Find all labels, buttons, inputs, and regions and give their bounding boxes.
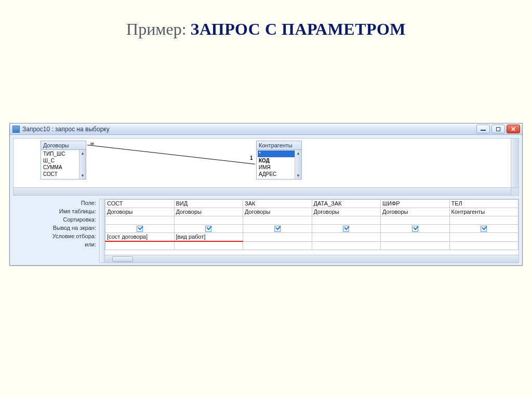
titlebar[interactable]: Запрос10 : запрос на выборку ✕ — [10, 123, 522, 135]
cell-criteria[interactable] — [449, 233, 518, 242]
table-field[interactable]: СОСТ — [42, 171, 85, 177]
maximize-icon — [496, 127, 500, 131]
row-label-or: или: — [13, 240, 99, 249]
row-label-sort: Сортировка: — [13, 215, 99, 224]
cell-or[interactable] — [381, 241, 450, 250]
cell-show[interactable] — [105, 225, 175, 233]
table-field-list[interactable]: * КОД ИМЯ АДРЕС ▲ ▼ — [257, 150, 301, 179]
row-or — [105, 241, 518, 250]
table-box-kontragenty[interactable]: Контрагенты * КОД ИМЯ АДРЕС ▲ ▼ — [256, 141, 302, 180]
cell-or[interactable] — [312, 241, 381, 250]
cell-or[interactable] — [449, 241, 518, 250]
cell-table[interactable]: Договоры — [312, 208, 381, 216]
close-button[interactable]: ✕ — [507, 125, 520, 133]
slide-title: Пример: ЗАПРОС С ПАРАМЕТРОМ — [0, 20, 532, 39]
cell-field[interactable]: ВИД — [174, 200, 243, 208]
checkbox-checked-icon[interactable] — [412, 226, 418, 232]
cell-field[interactable]: ШИФР — [381, 200, 450, 208]
row-sort — [105, 216, 518, 225]
scroll-up-icon[interactable]: ▲ — [295, 150, 301, 157]
checkbox-checked-icon[interactable] — [137, 226, 143, 232]
table-field[interactable]: АДРЕС — [258, 171, 300, 177]
window-title: Запрос10 : запрос на выборку — [22, 126, 110, 133]
cell-show[interactable] — [312, 225, 381, 233]
row-field: СОСТ ВИД ЗАК ДАТА_ЗАК ШИФР ТЕЛ — [105, 200, 518, 208]
cell-show[interactable] — [449, 225, 518, 233]
cell-sort[interactable] — [174, 216, 243, 225]
table-header[interactable]: Договоры — [41, 141, 86, 150]
grid-table-area: СОСТ ВИД ЗАК ДАТА_ЗАК ШИФР ТЕЛ Договоры … — [99, 199, 519, 263]
row-label-criteria: Условие отбора: — [13, 232, 99, 240]
cell-show[interactable] — [243, 225, 312, 233]
scrollbar-vertical[interactable]: ▲ ▼ — [295, 150, 301, 179]
table-field[interactable]: * — [258, 150, 300, 157]
row-label-field: Поле: — [13, 199, 99, 207]
row-label-table: Имя таблицы: — [13, 207, 99, 215]
maximize-button[interactable] — [491, 125, 505, 133]
cell-criteria[interactable]: [сост договора] — [105, 233, 175, 242]
cardinality-one: 1 — [250, 155, 253, 161]
table-field[interactable]: СУММА — [42, 164, 85, 171]
cell-criteria[interactable]: [вид работ] — [174, 233, 243, 242]
row-table: Договоры Договоры Договоры Договоры Дого… — [105, 208, 518, 216]
scroll-down-icon[interactable]: ▼ — [79, 172, 86, 179]
cell-sort[interactable] — [312, 216, 381, 225]
scroll-up-icon[interactable]: ▲ — [79, 150, 86, 157]
cell-criteria[interactable] — [312, 233, 381, 242]
cell-or[interactable] — [174, 241, 243, 250]
column-selector-strip[interactable] — [100, 199, 105, 263]
cell-field[interactable]: СОСТ — [105, 200, 175, 208]
row-show — [105, 225, 518, 233]
cell-field[interactable]: ЗАК — [243, 200, 312, 208]
title-prefix: Пример: — [126, 20, 191, 38]
checkbox-checked-icon[interactable] — [481, 226, 487, 232]
title-main: ЗАПРОС С ПАРАМЕТРОМ — [191, 20, 406, 38]
relationship-line[interactable] — [87, 145, 255, 164]
checkbox-checked-icon[interactable] — [205, 226, 211, 232]
cell-table[interactable]: Контрагенты — [449, 208, 518, 216]
cell-criteria[interactable] — [243, 233, 312, 242]
cell-sort[interactable] — [381, 216, 450, 225]
table-header[interactable]: Контрагенты — [257, 141, 301, 150]
minimize-icon — [481, 130, 486, 131]
minimize-button[interactable] — [476, 125, 490, 133]
table-field[interactable]: КОД — [258, 157, 300, 164]
checkbox-checked-icon[interactable] — [274, 226, 281, 232]
cell-field[interactable]: ДАТА_ЗАК — [312, 200, 381, 208]
design-grid: Поле: Имя таблицы: Сортировка: Вывод на … — [13, 199, 519, 263]
cell-sort[interactable] — [449, 216, 518, 225]
cell-sort[interactable] — [243, 216, 312, 225]
row-label-show: Вывод на экран: — [13, 224, 99, 232]
cell-sort[interactable] — [105, 216, 175, 225]
app-icon — [12, 126, 20, 133]
scroll-down-icon[interactable]: ▼ — [295, 172, 301, 179]
relationships-pane[interactable]: Договоры ТИП_ШС Ш_С СУММА СОСТ ▲ ▼ Контр… — [13, 138, 519, 196]
checkbox-checked-icon[interactable] — [343, 226, 349, 232]
cell-field[interactable]: ТЕЛ — [449, 200, 518, 208]
grid-row-labels: Поле: Имя таблицы: Сортировка: Вывод на … — [13, 199, 99, 249]
table-box-dogovory[interactable]: Договоры ТИП_ШС Ш_С СУММА СОСТ ▲ ▼ — [41, 141, 86, 180]
cell-table[interactable]: Договоры — [174, 208, 243, 216]
scrollbar-horizontal[interactable] — [14, 187, 511, 195]
cell-criteria[interactable] — [381, 233, 450, 242]
cell-table[interactable]: Договоры — [105, 208, 175, 216]
table-field[interactable]: Ш_С — [42, 157, 85, 164]
cell-or[interactable] — [243, 241, 312, 250]
scrollbar-vertical[interactable] — [511, 139, 518, 195]
table-field[interactable]: ИМЯ — [258, 164, 300, 171]
cell-or[interactable] — [105, 241, 175, 250]
table-field[interactable]: ТИП_ШС — [42, 150, 85, 157]
table-field-list[interactable]: ТИП_ШС Ш_С СУММА СОСТ ▲ ▼ — [41, 150, 86, 179]
scrollbar-vertical[interactable]: ▲ ▼ — [79, 150, 86, 179]
query-design-window: Запрос10 : запрос на выборку ✕ Договоры … — [9, 123, 523, 266]
cell-table[interactable]: Договоры — [243, 208, 312, 216]
scroll-corner — [511, 187, 518, 195]
close-icon: ✕ — [511, 126, 516, 133]
cell-show[interactable] — [381, 225, 450, 233]
scroll-thumb[interactable] — [112, 256, 133, 262]
scrollbar-horizontal[interactable] — [105, 255, 518, 263]
row-criteria: [сост договора] [вид работ] — [105, 233, 518, 242]
cell-show[interactable] — [174, 225, 243, 233]
cell-table[interactable]: Договоры — [381, 208, 450, 216]
window-controls: ✕ — [476, 125, 520, 133]
